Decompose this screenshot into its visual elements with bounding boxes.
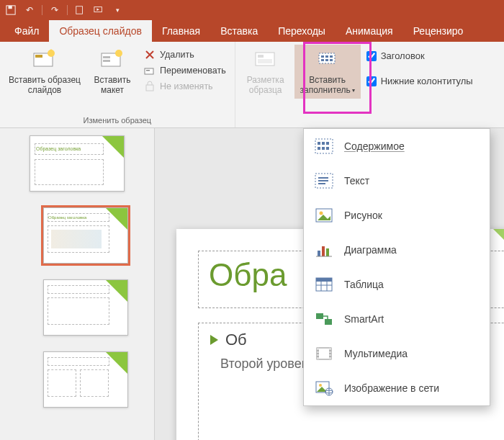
svg-rect-10 <box>103 60 110 62</box>
thumbnail-layout-1[interactable]: Образец заголовка <box>43 207 128 264</box>
svg-rect-33 <box>318 177 328 179</box>
preserve-label: Не изменять <box>160 81 213 91</box>
svg-rect-39 <box>318 251 320 256</box>
preserve-button: Не изменять <box>140 79 230 94</box>
checkbox-title-label: Заголовок <box>381 50 425 61</box>
svg-rect-29 <box>318 147 320 150</box>
svg-rect-2 <box>76 6 83 14</box>
quick-access-toolbar: ↶ ↷ ▾ <box>0 0 504 20</box>
master-layout-label: Разметка образца <box>241 75 290 96</box>
undo-icon[interactable]: ↶ <box>23 4 36 17</box>
svg-rect-21 <box>330 55 333 58</box>
slideshow-icon[interactable] <box>92 4 105 17</box>
insert-slide-master-button[interactable]: Вставить образец слайдов <box>4 45 85 99</box>
touch-mode-icon[interactable] <box>73 4 86 17</box>
svg-rect-35 <box>318 183 325 184</box>
svg-rect-16 <box>258 55 264 58</box>
svg-rect-25 <box>315 139 333 153</box>
dropdown-item-online-picture[interactable]: Изображение в сети <box>304 371 490 405</box>
dropdown-item-label: Текст <box>344 175 369 187</box>
media-icon <box>314 344 334 364</box>
dropdown-item-label: SmartArt <box>344 313 384 325</box>
delete-button[interactable]: Удалить <box>140 48 230 62</box>
svg-rect-13 <box>146 70 150 71</box>
svg-rect-34 <box>318 180 328 181</box>
chevron-down-icon: ▾ <box>352 87 355 94</box>
svg-rect-9 <box>103 56 110 58</box>
smartart-icon <box>314 309 334 329</box>
tab-insert[interactable]: Вставка <box>210 20 268 42</box>
svg-rect-6 <box>35 55 42 58</box>
group-edit-master: Вставить образец слайдов Вставить макет … <box>0 42 235 127</box>
dropdown-item-text[interactable]: Текст <box>304 163 490 198</box>
tab-slide-master[interactable]: Образец слайдов <box>49 20 151 42</box>
checkbox-footers-label: Нижние колонтитулы <box>381 76 473 86</box>
table-icon <box>314 274 334 295</box>
tab-transitions[interactable]: Переходы <box>268 20 336 42</box>
dropdown-item-label: Содержимое <box>344 140 405 152</box>
svg-rect-28 <box>326 142 329 145</box>
dropdown-item-content[interactable]: Содержимое <box>304 129 490 163</box>
separator <box>67 5 68 15</box>
svg-rect-48 <box>316 313 323 319</box>
dropdown-item-media[interactable]: Мультимедиа <box>304 336 490 371</box>
thumbnail-layout-3[interactable] <box>43 351 128 408</box>
insert-slide-master-label: Вставить образец слайдов <box>6 75 84 96</box>
rename-label: Переименовать <box>160 66 226 76</box>
insert-placeholder-label-2: заполнитель <box>300 85 350 95</box>
dropdown-item-label: Изображение в сети <box>344 382 439 394</box>
checkbox-title[interactable]: Заголовок <box>364 49 476 63</box>
customize-qat-icon[interactable]: ▾ <box>111 4 124 17</box>
dropdown-item-picture[interactable]: Рисунок <box>304 198 490 233</box>
content-icon <box>314 136 334 156</box>
dropdown-item-smartart[interactable]: SmartArt <box>304 302 490 336</box>
svg-point-37 <box>320 212 323 215</box>
save-icon[interactable] <box>4 4 17 17</box>
svg-point-60 <box>319 384 322 387</box>
svg-rect-40 <box>322 246 325 256</box>
redo-icon[interactable]: ↷ <box>48 4 61 17</box>
chart-icon <box>314 240 334 260</box>
dropdown-item-label: Диаграмма <box>344 244 397 256</box>
checkbox-footers[interactable]: Нижние колонтитулы <box>364 74 476 88</box>
dropdown-item-label: Рисунок <box>344 210 382 221</box>
checkbox-title-input[interactable] <box>366 51 377 61</box>
svg-rect-24 <box>330 59 333 61</box>
svg-rect-26 <box>318 142 320 145</box>
svg-rect-19 <box>321 55 324 58</box>
bullet-2-text: Второй уровень <box>220 356 315 371</box>
dropdown-item-label: Мультимедиа <box>344 348 408 359</box>
separator <box>42 5 42 15</box>
tab-file[interactable]: Файл <box>4 20 49 42</box>
title-text: Обра <box>209 257 287 292</box>
checkbox-footers-input[interactable] <box>366 76 377 86</box>
ribbon-tabs: Файл Образец слайдов Главная Вставка Пер… <box>0 20 504 42</box>
svg-rect-1 <box>9 6 12 9</box>
tab-home[interactable]: Главная <box>152 20 210 42</box>
dropdown-item-table[interactable]: Таблица <box>304 267 490 302</box>
thumbnail-layout-2[interactable] <box>43 279 128 336</box>
thumbnail-panel[interactable]: Образец заголовка Образец заголовка <box>0 128 155 440</box>
dropdown-item-chart[interactable]: Диаграмма <box>304 233 490 267</box>
svg-marker-4 <box>96 8 99 11</box>
svg-point-11 <box>115 50 122 57</box>
master-layout-button: Разметка образца <box>240 45 292 99</box>
online-picture-icon <box>314 378 334 398</box>
svg-rect-27 <box>322 142 325 145</box>
insert-placeholder-label-1: Вставить <box>309 75 346 85</box>
rename-button[interactable]: Переименовать <box>140 63 230 78</box>
thumbnail-master[interactable]: Образец заголовка <box>30 135 125 192</box>
dropdown-item-label: Таблица <box>344 279 384 290</box>
svg-rect-14 <box>146 85 153 91</box>
svg-rect-20 <box>325 55 328 58</box>
tab-animations[interactable]: Анимация <box>336 20 403 42</box>
insert-layout-label: Вставить макет <box>89 75 135 96</box>
tab-review[interactable]: Рецензиро <box>403 20 474 42</box>
svg-rect-41 <box>326 248 329 256</box>
group-master-layout: Разметка образца Вставить заполнитель▾ З… <box>235 42 480 127</box>
bullet-icon <box>210 335 218 345</box>
insert-placeholder-button[interactable]: Вставить заполнитель▾ <box>294 45 361 99</box>
insert-layout-button[interactable]: Вставить макет <box>88 45 137 99</box>
ribbon: Вставить образец слайдов Вставить макет … <box>0 42 504 128</box>
bullet-1-text: Об <box>225 331 247 349</box>
